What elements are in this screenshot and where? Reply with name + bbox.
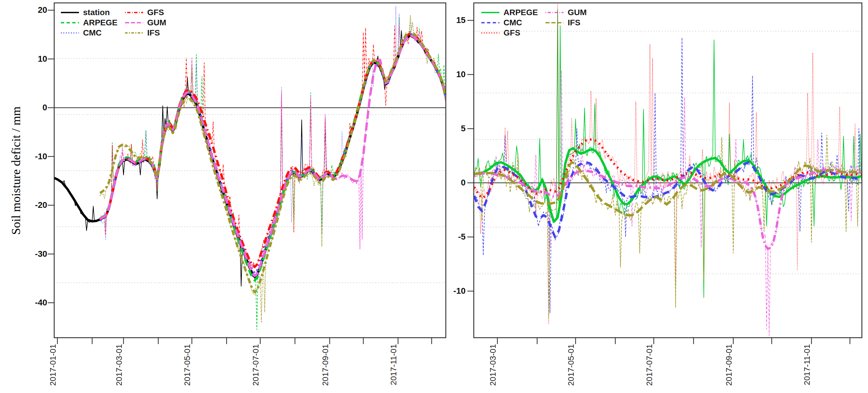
x-tick-label: 2017-09-01 [321,344,330,393]
legend-column: GFSGUMIFS [125,8,166,37]
legend-label: IFS [567,18,581,27]
legend-line-swatch [546,11,563,14]
series-line [474,170,862,249]
legend-label: GFS [147,8,164,17]
series-line [474,38,862,313]
x-tick-label: 2017-03-01 [489,344,498,393]
y-tick-label-left: -30 [15,250,47,258]
series-line [100,26,446,268]
legend-line-swatch [61,31,79,34]
legend-line-swatch [482,11,499,14]
x-tick-label: 2017-03-01 [115,344,124,393]
series-line [100,35,446,276]
legend-entry-station: station [61,8,117,17]
series-line [474,148,862,222]
legend-right-chart: ARPEGECMCGFSGUMIFS [482,8,587,37]
legend-entry-ifs: IFS [125,29,166,37]
series-line [100,18,446,330]
legend-line-swatch [61,11,79,14]
plot-area [474,4,862,335]
x-tick-label: 2017-07-01 [645,344,654,393]
series-line [474,162,862,237]
legend-entry-gfs: GFS [125,8,166,17]
x-tick-label: 2017-11-01 [390,344,398,393]
y-tick-label-right: -10 [434,287,466,295]
soil-moisture-figure: Soil moisture deficit / mm stationARPEGE… [0,0,868,393]
legend-line-swatch [125,11,143,14]
legend-entry-gum: GUM [125,18,166,27]
x-tick-label: 2017-07-01 [252,344,260,393]
legend-label: ARPEGE [83,18,117,27]
y-tick-label-left: 0 [15,103,47,112]
series-line [474,162,862,215]
y-tick-label-right: 5 [434,124,466,133]
y-tick-label-left: -20 [15,201,47,209]
legend-line-swatch [482,21,499,24]
x-tick-label: 2017-01-01 [49,344,58,393]
legend-line-swatch [61,21,79,24]
series-line [474,10,862,298]
legend-left-chart: stationARPEGECMCGFSGUMIFS [61,8,166,37]
series-line [100,24,446,275]
legend-label: GUM [147,18,166,27]
legend-label: station [83,8,110,17]
y-tick-label-left: -10 [15,152,47,161]
series-line [474,139,862,198]
legend-column: GUMIFS [546,8,587,37]
y-tick-label-right: 15 [434,16,466,25]
legend-label: CMC [503,18,522,27]
legend-line-swatch [546,21,563,24]
series-line [100,33,446,267]
series-line [100,15,446,322]
plot-box [474,3,862,338]
x-tick-label: 2017-11-01 [803,344,812,393]
y-tick-label-left: -40 [15,298,47,307]
x-tick-label: 2017-09-01 [725,344,734,393]
series-line [474,70,862,335]
legend-entry-arpege: ARPEGE [61,18,117,27]
series-line [100,34,446,273]
x-tick-label: 2017-05-01 [183,344,192,393]
y-tick-label-right: -5 [434,233,466,241]
series-line [100,32,446,292]
legend-entry-cmc: CMC [482,18,538,27]
legend-entry-cmc: CMC [61,29,117,37]
plot-area [54,6,446,330]
legend-label: IFS [147,28,160,38]
y-tick-label-right: 0 [434,178,466,187]
plot-box [54,3,446,338]
x-tick-label: 2017-05-01 [567,344,576,393]
legend-entry-gum: GUM [546,8,587,17]
y-tick-label-left: 10 [15,55,47,63]
legend-label: GUM [567,8,587,17]
legend-entry-gfs: GFS [482,29,538,37]
legend-entry-ifs: IFS [546,18,587,27]
legend-label: GFS [503,28,520,38]
legend-column: ARPEGECMCGFS [482,8,538,37]
legend-label: CMC [83,28,102,38]
series-line [54,31,446,286]
series-line [100,35,446,281]
legend-column: stationARPEGECMC [61,8,117,37]
legend-line-swatch [125,21,143,24]
chart-canvas [0,0,868,393]
legend-label: ARPEGE [503,8,538,17]
legend-line-swatch [125,31,143,34]
series-line [474,135,862,318]
y-tick-label-left: 20 [15,6,47,14]
series-line [100,6,446,279]
legend-line-swatch [482,31,499,34]
series-line [54,35,446,277]
legend-entry-arpege: ARPEGE [482,8,538,17]
y-tick-label-right: 10 [434,70,466,78]
series-line [474,4,862,323]
